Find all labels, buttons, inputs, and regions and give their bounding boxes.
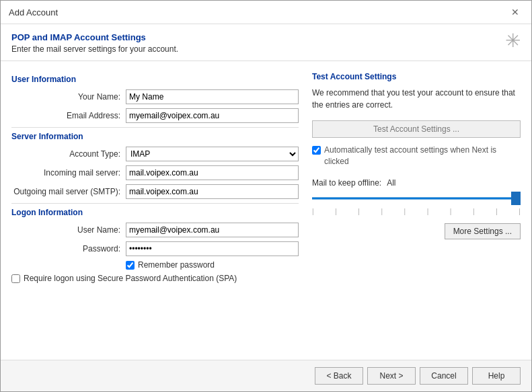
tick-4: | [381, 208, 383, 215]
outgoing-server-label: Outgoing mail server (SMTP): [11, 187, 126, 196]
mail-offline-label-row: Mail to keep offline: All [312, 178, 521, 188]
more-settings-button[interactable]: More Settings ... [445, 223, 521, 239]
username-row: User Name: [11, 223, 299, 237]
incoming-server-input[interactable] [126, 165, 299, 180]
back-button[interactable]: < Back [315, 367, 363, 385]
outgoing-server-input[interactable] [126, 184, 299, 199]
tick-6: | [427, 208, 429, 215]
account-type-select[interactable]: IMAP POP3 [126, 147, 299, 161]
email-address-input[interactable] [126, 108, 299, 123]
remember-password-row: Remember password [126, 260, 299, 270]
auto-test-checkbox[interactable] [312, 146, 321, 155]
remember-password-label: Remember password [138, 260, 215, 270]
test-account-settings-button[interactable]: Test Account Settings ... [312, 120, 521, 138]
main-content: User Information Your Name: Email Addres… [1, 61, 531, 360]
slider-ticks: | | | | | | | | | | [312, 208, 521, 215]
logon-info-heading: Logon Information [11, 208, 299, 217]
your-name-label: Your Name: [11, 92, 126, 102]
add-account-dialog: Add Account ✕ POP and IMAP Account Setti… [0, 0, 532, 392]
spa-checkbox[interactable] [11, 274, 20, 283]
header-heading: POP and IMAP Account Settings [11, 32, 178, 42]
dialog-title: Add Account [9, 7, 58, 17]
slider-fill [312, 197, 521, 199]
mail-offline-label: Mail to keep offline: [312, 178, 381, 188]
email-address-row: Email Address: [11, 108, 299, 123]
slider-thumb[interactable] [511, 192, 521, 205]
auto-test-label: Automatically test account settings when… [324, 145, 521, 167]
left-panel: User Information Your Name: Email Addres… [11, 72, 299, 354]
tick-9: | [496, 208, 498, 215]
incoming-server-row: Incoming mail server: [11, 165, 299, 180]
account-type-label: Account Type: [11, 149, 126, 159]
user-info-heading: User Information [11, 75, 299, 84]
your-name-row: Your Name: [11, 89, 299, 104]
header-icon: ✳ [505, 30, 521, 52]
tick-3: | [358, 208, 360, 215]
footer: < Back Next > Cancel Help [1, 360, 531, 391]
right-description: We recommend that you test your account … [312, 87, 521, 111]
header-left: POP and IMAP Account Settings Enter the … [11, 32, 178, 54]
tick-5: | [404, 208, 406, 215]
tick-7: | [450, 208, 452, 215]
outgoing-server-row: Outgoing mail server (SMTP): [11, 184, 299, 199]
spa-label: Require logon using Secure Password Auth… [24, 274, 237, 283]
tick-2: | [335, 208, 337, 215]
tick-8: | [473, 208, 475, 215]
password-row: Password: [11, 241, 299, 256]
mail-offline-slider[interactable] [312, 192, 521, 205]
mail-offline-value: All [387, 178, 395, 188]
auto-test-row: Automatically test account settings when… [312, 145, 521, 167]
header-section: POP and IMAP Account Settings Enter the … [1, 24, 531, 61]
cancel-button[interactable]: Cancel [420, 367, 468, 385]
your-name-input[interactable] [126, 89, 299, 104]
mail-offline-section: Mail to keep offline: All | | | | | | | … [312, 178, 521, 215]
next-button[interactable]: Next > [367, 367, 416, 385]
right-heading: Test Account Settings [312, 72, 521, 81]
title-bar: Add Account ✕ [1, 1, 531, 24]
tick-10: | [519, 208, 521, 215]
close-button[interactable]: ✕ [507, 6, 523, 18]
spa-row: Require logon using Secure Password Auth… [11, 274, 299, 283]
remember-password-checkbox[interactable] [126, 261, 135, 270]
right-panel: Test Account Settings We recommend that … [312, 72, 521, 354]
help-button[interactable]: Help [472, 367, 521, 385]
server-info-heading: Server Information [11, 132, 299, 141]
email-address-label: Email Address: [11, 111, 126, 120]
password-label: Password: [11, 244, 126, 253]
more-settings-row: More Settings ... [312, 223, 521, 239]
password-input[interactable] [126, 241, 299, 256]
username-input[interactable] [126, 223, 299, 237]
account-type-wrapper: IMAP POP3 [126, 147, 299, 161]
username-label: User Name: [11, 225, 126, 235]
incoming-server-label: Incoming mail server: [11, 168, 126, 178]
tick-1: | [312, 208, 314, 215]
account-type-row: Account Type: IMAP POP3 [11, 147, 299, 161]
header-description: Enter the mail server settings for your … [11, 44, 178, 54]
